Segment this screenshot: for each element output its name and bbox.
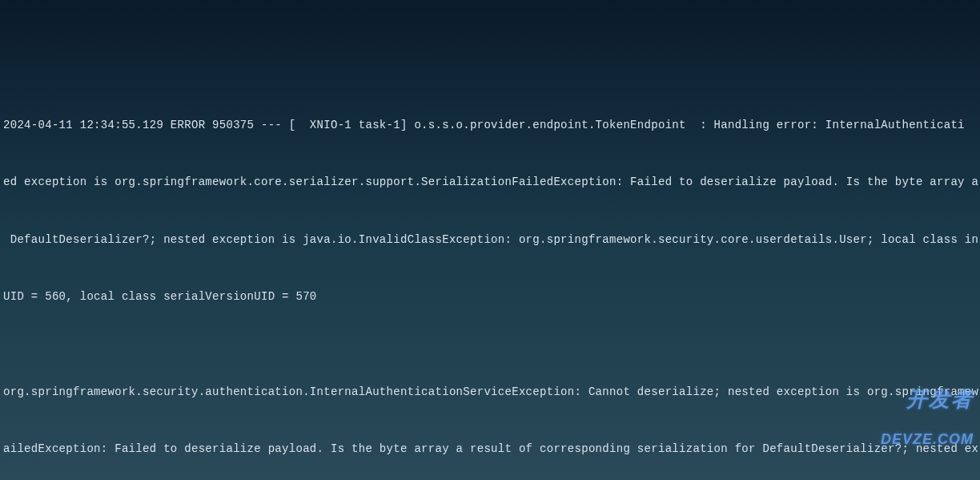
log-line: org.springframework.security.authenticat… bbox=[3, 383, 977, 402]
log-line: ailedException: Failed to deserialize pa… bbox=[3, 440, 977, 459]
log-line: ed exception is org.springframework.core… bbox=[3, 173, 977, 192]
log-line: 2024-04-11 12:34:55.129 ERROR 950375 ---… bbox=[3, 116, 977, 135]
log-line: DefaultDeserializer?; nested exception i… bbox=[3, 231, 977, 250]
log-line: UID = 560, local class serialVersionUID … bbox=[3, 288, 977, 307]
terminal-log-output: 2024-04-11 12:34:55.129 ERROR 950375 ---… bbox=[3, 78, 977, 480]
